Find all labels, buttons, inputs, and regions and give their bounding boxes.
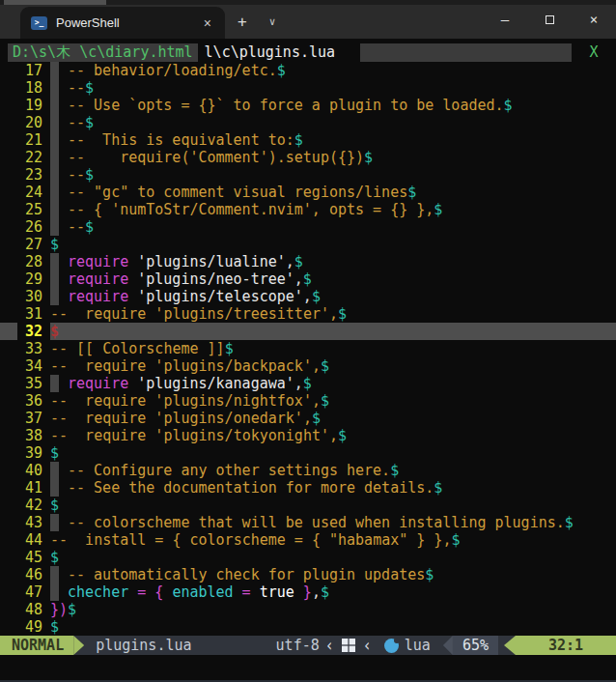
code-line[interactable]: 23--$	[0, 166, 616, 184]
sign-column	[0, 236, 17, 253]
eol-marker: $	[390, 462, 399, 479]
eol-marker: $	[434, 479, 442, 497]
eol-marker: $	[225, 340, 234, 357]
line-number: 31	[17, 305, 42, 323]
code-line[interactable]: 33-- [[ Colorscheme ]]$	[0, 340, 616, 357]
code-token: -- Configure any other settings here.	[68, 462, 390, 479]
line-number: 35	[17, 375, 42, 392]
eol-marker: $	[294, 131, 303, 149]
code-line[interactable]: 43-- colorscheme that will be used when …	[0, 514, 616, 531]
terminal-tab-powershell[interactable]: >_ PowerShell ×	[20, 7, 225, 39]
eol-marker: $	[504, 97, 513, 114]
tab-dropdown-button[interactable]: ∨	[260, 7, 286, 39]
maximize-icon	[546, 15, 554, 24]
code-line[interactable]: 47checher = { enabled = true },$	[0, 583, 616, 601]
code-token	[128, 375, 137, 392]
code-line[interactable]: 34-- require 'plugins/backpack',$	[0, 357, 616, 375]
code-line[interactable]: 46-- automatically check for plugin upda…	[0, 566, 616, 583]
cursor-location: 32:1	[516, 636, 616, 655]
code-line[interactable]: 40-- Configure any other settings here.$	[0, 462, 616, 479]
sign-column	[0, 340, 17, 357]
line-text: -- Use `opts = {}` to force a plugin to …	[50, 97, 616, 114]
eol-marker: $	[321, 583, 329, 601]
indent-guide	[50, 462, 68, 479]
code-token: --	[68, 218, 85, 236]
indent-guide	[50, 62, 68, 79]
eol-marker: $	[277, 62, 286, 79]
code-token: checher	[68, 583, 128, 601]
maximize-button[interactable]	[527, 0, 572, 39]
code-line[interactable]: 19-- Use `opts = {}` to force a plugin t…	[0, 97, 616, 114]
sign-column	[0, 114, 17, 131]
line-text: $	[50, 323, 616, 340]
sign-column	[0, 201, 17, 218]
buffer-tab-plugins-active[interactable]: l\c\plugins.lua	[198, 43, 341, 62]
line-number: 34	[17, 357, 42, 375]
indent-guide	[50, 253, 68, 270]
code-line[interactable]: 30require 'plugins/telescope',$	[0, 288, 616, 305]
code-line[interactable]: 36-- require 'plugins/nightfox',$	[0, 392, 616, 410]
code-line[interactable]: 31-- require 'plugins/treesitter',$	[0, 305, 616, 323]
tab-close-icon[interactable]: ×	[198, 14, 217, 33]
code-line[interactable]: 27$	[0, 236, 616, 253]
code-line[interactable]: 18--$	[0, 79, 616, 97]
new-tab-button[interactable]: +	[225, 7, 260, 39]
sign-column	[0, 323, 17, 340]
eol-marker: $	[565, 514, 574, 531]
code-line[interactable]: 22-- require('Comment').setup({})$	[0, 149, 616, 166]
command-line[interactable]	[0, 655, 616, 672]
indent-guide	[50, 149, 68, 166]
sign-column	[0, 497, 17, 514]
line-number: 40	[17, 462, 42, 479]
code-line[interactable]: 37-- require 'plugins/onedark',$	[0, 410, 616, 427]
line-number: 32	[17, 323, 42, 340]
buffer-tab-diary[interactable]: D:\s\木 \c\diary.html	[8, 43, 198, 62]
code-token: require	[68, 288, 128, 305]
code-line[interactable]: 17-- behavior/loading/etc.$	[0, 62, 616, 79]
code-line[interactable]: 26--$	[0, 218, 616, 236]
line-text: -- colorscheme that will be used when in…	[50, 514, 616, 531]
line-text: })$	[50, 601, 616, 618]
code-line[interactable]: 42$	[0, 497, 616, 514]
code-line[interactable]: 24-- "gc" to comment visual regions/line…	[0, 184, 616, 201]
code-token: ,	[312, 583, 321, 601]
line-text: $	[50, 549, 616, 566]
code-line[interactable]: 49$	[0, 618, 616, 636]
line-number: 39	[17, 444, 42, 462]
statusline-gap	[498, 636, 504, 655]
code-line[interactable]: 48})$	[0, 601, 616, 618]
code-line[interactable]: 38-- require 'plugins/tokyonight',$	[0, 427, 616, 444]
code-line[interactable]: 44-- install = { colorscheme = { "habama…	[0, 531, 616, 549]
code-line[interactable]: 39$	[0, 444, 616, 462]
code-token: ,	[303, 288, 312, 305]
line-text: -- require('Comment').setup({})$	[50, 149, 616, 166]
close-button[interactable]: ×	[572, 0, 616, 39]
tabline-close-button[interactable]: X	[572, 43, 616, 62]
line-text: -- Configure any other settings here.$	[50, 462, 616, 479]
code-line[interactable]: 41-- See the documentation for more deta…	[0, 479, 616, 497]
code-line[interactable]: 20--$	[0, 114, 616, 131]
minimize-button[interactable]: –	[483, 0, 527, 39]
code-token: -- automatically check for plugin update…	[68, 566, 425, 583]
code-line[interactable]: 29require 'plugins/neo-tree',$	[0, 270, 616, 288]
line-text: -- See the documentation for more detail…	[50, 479, 616, 497]
code-line[interactable]: 35require 'plugins/kanagawa',$	[0, 375, 616, 392]
code-line[interactable]: 25-- { 'numToStr/Comment.nvim', opts = {…	[0, 201, 616, 218]
code-line[interactable]: 45$	[0, 549, 616, 566]
editor-buffer[interactable]: 17-- behavior/loading/etc.$18--$19-- Use…	[0, 62, 616, 636]
sign-column	[0, 131, 17, 149]
line-text: -- "gc" to comment visual regions/lines$	[50, 184, 616, 201]
eol-marker: $	[364, 149, 373, 166]
code-line[interactable]: 28require 'plugins/lualine',$	[0, 253, 616, 270]
eol-marker: $	[85, 166, 94, 184]
lua-filetype-icon	[384, 639, 399, 653]
line-number: 43	[17, 514, 42, 531]
code-line-cursor[interactable]: 32$	[0, 323, 616, 340]
terminal-window: >_ PowerShell × + ∨ – × D:\s\木 \c\diary.…	[0, 0, 616, 682]
code-token: ,	[286, 253, 294, 270]
powerline-arrow-left-gray	[443, 636, 453, 655]
sign-column	[0, 601, 17, 618]
code-line[interactable]: 21-- This is equivalent to:$	[0, 131, 616, 149]
code-token: true	[260, 583, 294, 601]
sign-column	[0, 444, 17, 462]
